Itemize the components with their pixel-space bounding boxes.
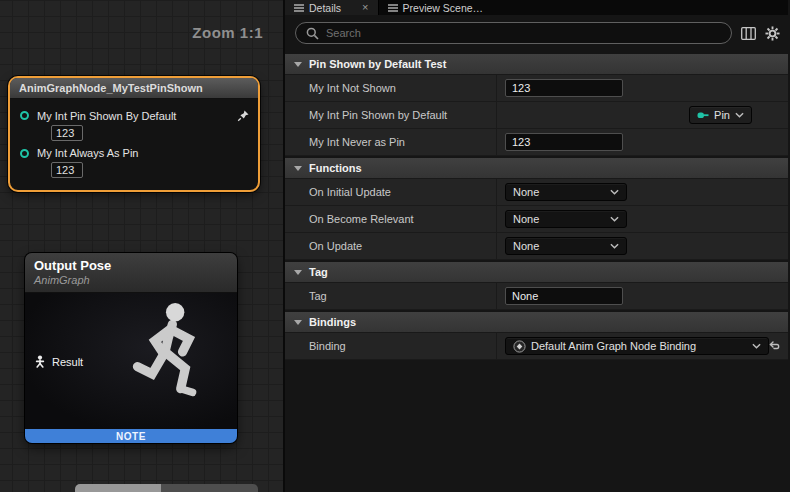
details-panel: Details × Preview Scene… (285, 0, 788, 492)
chevron-down-icon (294, 62, 302, 67)
property-grid: Pin Shown by Default Test My Int Not Sho… (285, 52, 788, 492)
gear-icon[interactable] (765, 26, 780, 41)
section-functions[interactable]: Functions (285, 158, 788, 179)
property-label: On Become Relevant (285, 206, 497, 232)
pose-preview-thumbnail: Result (25, 293, 237, 429)
dropdown-value: None (513, 240, 539, 252)
property-label: Tag (285, 283, 497, 309)
property-label: My Int Never as Pin (285, 129, 497, 155)
node-header[interactable]: Output Pose AnimGraph (25, 253, 237, 293)
section-title: Tag (309, 266, 328, 278)
on-become-relevant-dropdown[interactable]: None (505, 210, 627, 228)
anim-graph-test-node[interactable]: AnimGraphNode_MyTestPinShown My Int Pin … (8, 76, 260, 192)
node-title: Output Pose (34, 258, 228, 273)
node-note-bar[interactable]: NOTE (25, 429, 237, 443)
tab-label: Details (309, 2, 341, 14)
reset-to-default-icon[interactable] (769, 341, 781, 352)
chevron-down-icon (610, 243, 619, 249)
tag-input[interactable] (505, 287, 623, 305)
section-title: Pin Shown by Default Test (309, 58, 446, 70)
dropdown-value: Default Anim Graph Node Binding (531, 340, 696, 352)
property-row-my-int-never-as-pin: My Int Never as Pin (285, 129, 788, 156)
property-row-binding: Binding Default Anim Graph Node Binding (285, 333, 788, 360)
chevron-down-icon (610, 189, 619, 195)
pin-icon (697, 111, 709, 120)
binding-dropdown[interactable]: Default Anim Graph Node Binding (505, 337, 769, 355)
my-int-never-as-pin-input[interactable] (505, 133, 623, 151)
property-row-on-update: On Update None (285, 233, 788, 260)
property-row-tag: Tag (285, 283, 788, 310)
pin-visibility-dropdown[interactable]: Pin (689, 106, 752, 124)
pin-label: My Int Always As Pin (37, 147, 138, 159)
partial-node-header[interactable] (75, 484, 161, 492)
property-label: Binding (285, 333, 497, 359)
property-row-my-int-not-shown: My Int Not Shown (285, 75, 788, 102)
section-bindings[interactable]: Bindings (285, 312, 788, 333)
display-filter-icon[interactable] (741, 27, 756, 40)
int-pin-icon[interactable] (20, 149, 29, 158)
chevron-down-icon (735, 112, 744, 118)
section-title: Functions (309, 162, 362, 174)
chevron-down-icon (294, 166, 302, 171)
panel-tab-bar: Details × Preview Scene… (285, 0, 788, 15)
chevron-down-icon (610, 216, 619, 222)
chevron-down-icon (294, 320, 302, 325)
anim-graph-canvas[interactable]: Zoom 1:1 AnimGraphNode_MyTestPinShown My… (0, 0, 285, 492)
tab-preview-scene[interactable]: Preview Scene… (379, 0, 493, 15)
zoom-indicator: Zoom 1:1 (192, 24, 263, 41)
property-label: My Int Not Shown (285, 75, 497, 101)
search-icon (306, 27, 319, 40)
dropdown-value: None (513, 213, 539, 225)
result-pin-label: Result (52, 356, 83, 368)
dropdown-value: Pin (714, 109, 730, 121)
property-row-on-become-relevant: On Become Relevant None (285, 206, 788, 233)
chevron-down-icon (294, 270, 302, 275)
partial-node-header[interactable] (161, 484, 258, 492)
pin-value-field[interactable]: 123 (51, 125, 83, 141)
chevron-down-icon (752, 343, 761, 349)
section-title: Bindings (309, 316, 356, 328)
pin-label: My Int Pin Shown By Default (37, 110, 176, 122)
binding-icon (513, 340, 526, 353)
property-label: On Initial Update (285, 179, 497, 205)
property-label: On Update (285, 233, 497, 259)
tab-label: Preview Scene… (403, 2, 484, 14)
details-toolbar (285, 15, 788, 52)
pose-pin-icon[interactable] (34, 355, 46, 368)
on-initial-update-dropdown[interactable]: None (505, 183, 627, 201)
node-subtitle: AnimGraph (34, 274, 228, 286)
preview-scene-tab-icon (388, 3, 398, 13)
on-update-dropdown[interactable]: None (505, 237, 627, 255)
search-box[interactable] (295, 22, 732, 44)
dropdown-value: None (513, 186, 539, 198)
mannequin-figure (123, 293, 231, 431)
output-pose-node[interactable]: Output Pose AnimGraph (25, 253, 237, 443)
int-pin-icon[interactable] (20, 111, 29, 120)
close-tab-icon[interactable]: × (362, 2, 368, 13)
pin-toggle-icon[interactable] (237, 109, 250, 122)
section-tag[interactable]: Tag (285, 262, 788, 283)
property-label: My Int Pin Shown by Default (285, 102, 497, 128)
tab-details[interactable]: Details × (285, 0, 379, 15)
pin-value-field[interactable]: 123 (51, 162, 83, 178)
search-input[interactable] (326, 27, 721, 39)
app-window: Zoom 1:1 AnimGraphNode_MyTestPinShown My… (0, 0, 790, 492)
my-int-not-shown-input[interactable] (505, 79, 623, 97)
section-pin-shown-by-default-test[interactable]: Pin Shown by Default Test (285, 54, 788, 75)
property-row-on-initial-update: On Initial Update None (285, 179, 788, 206)
property-row-my-int-pin-shown-by-default: My Int Pin Shown by Default Pin (285, 102, 788, 129)
details-tab-icon (294, 3, 304, 13)
node-title[interactable]: AnimGraphNode_MyTestPinShown (10, 78, 258, 99)
